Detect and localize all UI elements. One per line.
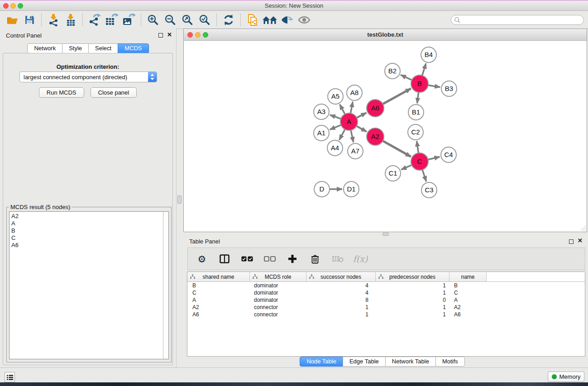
column-header-name[interactable]: name	[449, 272, 487, 281]
cell-shared-name[interactable]: A6	[187, 311, 250, 318]
graph-node-A3[interactable]: A3	[314, 104, 329, 119]
tab-edge-table[interactable]: Edge Table	[343, 357, 386, 367]
cell-successor-nodes[interactable]: 4	[306, 282, 376, 289]
mcds-result-item[interactable]: B	[10, 227, 168, 234]
tab-motifs[interactable]: Motifs	[435, 357, 465, 367]
zoom-selected-button[interactable]	[196, 13, 213, 27]
select-all-columns-button[interactable]	[241, 253, 253, 265]
cell-successor-nodes[interactable]: 1	[306, 311, 376, 318]
create-column-button[interactable]	[287, 253, 298, 265]
cell-shared-name[interactable]: C	[187, 289, 250, 296]
delete-table-button[interactable]	[332, 253, 344, 265]
cell-mcds-role[interactable]: connector	[250, 311, 306, 318]
zoom-fit-button[interactable]	[179, 13, 196, 27]
cell-successor-nodes[interactable]: 8	[306, 296, 376, 304]
show-column-button[interactable]	[219, 253, 230, 265]
column-header-mcds-role[interactable]: MCDS role	[250, 272, 306, 281]
close-table-panel-button[interactable]: ✕	[578, 237, 583, 244]
copy-network-button[interactable]	[244, 13, 261, 27]
float-table-panel-button[interactable]	[569, 239, 574, 244]
open-session-button[interactable]	[4, 13, 21, 27]
close-panel-button[interactable]: ✕	[167, 31, 172, 38]
tab-mcds[interactable]: MCDS	[118, 43, 148, 53]
cell-successor-nodes[interactable]: 4	[306, 289, 376, 296]
column-header-predecessor-nodes[interactable]: predecessor nodes	[376, 272, 449, 281]
tab-style[interactable]: Style	[62, 43, 89, 53]
cell-name[interactable]: B	[449, 282, 487, 289]
zoom-in-button[interactable]	[144, 13, 162, 27]
table-row[interactable]: C dominator 4 1 C	[187, 289, 585, 296]
window-resize-grip[interactable]	[579, 224, 586, 231]
cell-mcds-role[interactable]: dominator	[250, 296, 306, 304]
cell-predecessor-nodes[interactable]: 1	[376, 289, 449, 296]
save-session-button[interactable]	[21, 13, 38, 27]
cell-mcds-role[interactable]: dominator	[250, 282, 306, 289]
tab-network[interactable]: Network	[27, 43, 62, 53]
function-builder-button[interactable]: f(x)	[354, 253, 366, 265]
network-graph[interactable]: AA1A2A3A4A5A6A7A8BB1B2B3B4CC1C2C3C4DD1	[184, 41, 587, 232]
cell-name[interactable]: A6	[449, 311, 487, 318]
toolbar-search-field[interactable]	[451, 15, 584, 25]
mcds-result-item[interactable]: A	[10, 220, 168, 227]
graph-node-C[interactable]: C	[411, 153, 428, 170]
graph-node-B3[interactable]: B3	[441, 81, 457, 96]
float-panel-button[interactable]	[158, 33, 163, 38]
graph-node-A4[interactable]: A4	[327, 140, 343, 156]
apply-layout-button[interactable]	[220, 13, 237, 27]
graph-node-A[interactable]: A	[340, 113, 358, 130]
cell-shared-name[interactable]: A	[187, 296, 250, 304]
graph-node-C3[interactable]: C3	[421, 182, 437, 198]
graph-node-A2[interactable]: A2	[367, 128, 384, 145]
tab-network-table[interactable]: Network Table	[385, 357, 436, 367]
graph-node-B4[interactable]: B4	[421, 47, 436, 62]
cell-name[interactable]: A2	[449, 304, 487, 311]
graph-node-A8[interactable]: A8	[347, 85, 362, 100]
graph-node-D1[interactable]: D1	[344, 181, 359, 197]
table-row[interactable]: A2 connector 1 1 A2	[187, 304, 585, 311]
graph-node-A1[interactable]: A1	[314, 125, 329, 141]
tab-select[interactable]: Select	[88, 43, 118, 53]
result-list-scrollbar[interactable]	[163, 212, 168, 359]
import-network-button[interactable]	[45, 13, 62, 27]
show-task-history-button[interactable]	[5, 372, 15, 382]
table-row[interactable]: B dominator 4 1 B	[187, 282, 585, 289]
show-graphics-details-button[interactable]	[296, 13, 313, 27]
table-row[interactable]: A6 connector 1 1 A6	[187, 311, 585, 318]
cell-successor-nodes[interactable]: 1	[306, 304, 376, 311]
export-image-button[interactable]	[120, 13, 138, 27]
graph-node-C1[interactable]: C1	[385, 166, 401, 181]
cell-shared-name[interactable]: A2	[187, 304, 250, 311]
criterion-select[interactable]: largest connected component (directed)	[19, 71, 157, 82]
graph-node-A6[interactable]: A6	[367, 100, 384, 117]
table-settings-button[interactable]: ⚙	[196, 253, 208, 265]
graph-node-B2[interactable]: B2	[385, 63, 400, 79]
search-input[interactable]	[461, 16, 583, 24]
close-panel-button-mcds[interactable]: Close panel	[91, 87, 137, 98]
cell-predecessor-nodes[interactable]: 0	[376, 296, 449, 304]
cell-mcds-role[interactable]: dominator	[250, 289, 306, 296]
delete-columns-button[interactable]	[309, 253, 321, 265]
mcds-result-item[interactable]: A2	[10, 212, 168, 220]
cell-name[interactable]: C	[449, 289, 487, 296]
tab-node-table[interactable]: Node Table	[300, 357, 343, 367]
panel-splitter-handle-vertical[interactable]	[177, 195, 182, 204]
export-network-button[interactable]	[86, 13, 103, 27]
column-header-successor-nodes[interactable]: successor nodes	[306, 272, 376, 281]
cell-predecessor-nodes[interactable]: 1	[376, 304, 449, 311]
cell-shared-name[interactable]: B	[187, 282, 250, 289]
export-table-button[interactable]	[103, 13, 120, 27]
cell-name[interactable]: A	[449, 296, 487, 304]
import-table-button[interactable]	[62, 13, 79, 27]
graph-node-C4[interactable]: C4	[441, 147, 456, 162]
column-header-shared-name[interactable]: shared name	[187, 272, 250, 281]
cell-predecessor-nodes[interactable]: 1	[376, 311, 449, 318]
graph-node-D[interactable]: D	[314, 181, 330, 197]
mcds-result-item[interactable]: C	[10, 234, 168, 242]
table-row[interactable]: A dominator 8 0 A	[187, 296, 585, 304]
graph-node-B1[interactable]: B1	[408, 105, 424, 120]
graph-node-A5[interactable]: A5	[328, 89, 343, 104]
zoom-out-button[interactable]	[162, 13, 179, 27]
cell-predecessor-nodes[interactable]: 1	[376, 282, 449, 289]
graph-node-C2[interactable]: C2	[408, 124, 423, 140]
run-mcds-button[interactable]: Run MCDS	[39, 87, 84, 98]
